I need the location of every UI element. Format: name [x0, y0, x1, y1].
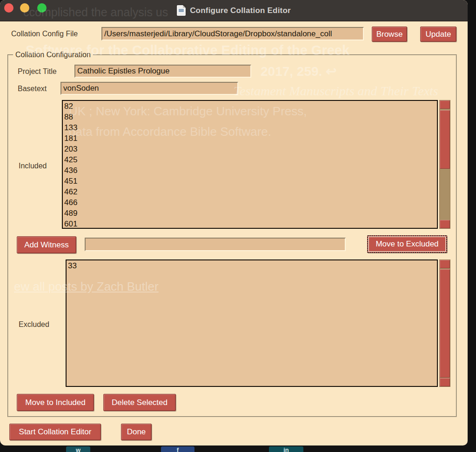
new-witness-input[interactable] [85, 238, 346, 251]
add-witness-button[interactable]: Add Witness [17, 236, 76, 253]
close-button[interactable] [4, 3, 13, 13]
delete-selected-button[interactable]: Delete Selected [103, 394, 176, 411]
done-button[interactable]: Done [121, 424, 152, 440]
scrollbar-thumb[interactable] [440, 110, 450, 169]
document-icon [177, 5, 186, 16]
configure-collation-editor-window: Configure Collation Editor Collation Con… [0, 0, 468, 445]
facebook-glyph: f [177, 446, 179, 452]
scroll-down-button[interactable] [440, 378, 450, 386]
list-item[interactable]: 466 [64, 197, 437, 208]
twitter-glyph: w [76, 446, 80, 452]
list-item[interactable]: 82 [64, 101, 437, 112]
config-file-input[interactable] [101, 27, 364, 40]
list-item[interactable]: 88 [64, 112, 437, 122]
desktop-background: w f in Configure Collation Editor Collat… [0, 0, 476, 452]
excluded-scrollbar[interactable] [439, 259, 450, 387]
list-item[interactable]: 203 [64, 144, 437, 154]
zoom-button[interactable] [37, 3, 47, 13]
window-title: Configure Collation Editor [190, 6, 291, 15]
list-item[interactable]: 601 [64, 219, 437, 229]
project-title-input[interactable] [74, 65, 251, 78]
linkedin-glyph: in [283, 446, 289, 452]
included-label: Included [19, 162, 47, 170]
scroll-down-button[interactable] [440, 220, 450, 228]
move-to-excluded-button[interactable]: Move to Excluded [367, 235, 447, 253]
scrollbar-thumb[interactable] [440, 269, 450, 378]
list-item[interactable]: 133 [64, 122, 437, 133]
browse-button[interactable]: Browse [372, 27, 407, 42]
document-icon-picture [178, 8, 184, 13]
update-button[interactable]: Update [420, 27, 456, 42]
basetext-label: Basetext [18, 85, 47, 93]
included-listbox[interactable]: 8288133181203425436451462466489601 [62, 100, 438, 229]
list-item[interactable]: 33 [68, 260, 437, 271]
facebook-icon[interactable]: f [161, 446, 194, 452]
included-scrollbar[interactable] [439, 100, 450, 229]
scroll-up-button[interactable] [440, 260, 450, 268]
start-collation-editor-button[interactable]: Start Collation Editor [9, 424, 101, 440]
basetext-input[interactable] [60, 82, 238, 95]
list-item[interactable]: 462 [64, 186, 437, 197]
collation-configuration-legend: Collation Configuration [13, 51, 93, 59]
config-file-label: Collation Config File [11, 30, 78, 38]
list-item[interactable]: 181 [64, 133, 437, 144]
excluded-listbox[interactable]: 33 [66, 259, 438, 387]
document-icon-fold [183, 5, 186, 8]
titlebar[interactable]: Configure Collation Editor [0, 0, 468, 21]
list-item[interactable]: 436 [64, 165, 437, 176]
scroll-up-button[interactable] [440, 100, 450, 109]
project-title-label: Project Title [18, 67, 57, 76]
excluded-label: Excluded [19, 320, 49, 329]
list-item[interactable]: 425 [64, 154, 437, 165]
title-area: Configure Collation Editor [0, 0, 468, 21]
list-item[interactable]: 451 [64, 176, 437, 186]
move-to-included-button[interactable]: Move to Included [17, 394, 94, 411]
twitter-icon[interactable]: w [66, 446, 90, 452]
minimize-button[interactable] [20, 3, 29, 13]
linkedin-icon[interactable]: in [269, 446, 303, 452]
list-item[interactable]: 489 [64, 208, 437, 219]
